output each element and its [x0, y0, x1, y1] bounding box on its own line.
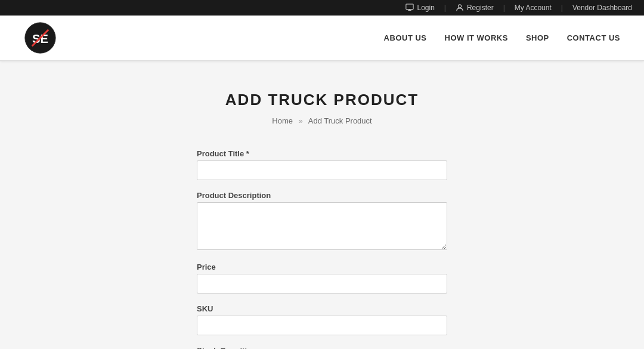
price-label: Price [197, 262, 447, 271]
sku-group: SKU [197, 304, 447, 335]
price-input[interactable] [197, 274, 447, 294]
register-link[interactable]: Register [456, 4, 494, 12]
divider-1: | [444, 4, 446, 12]
page-title: ADD TRUCK PRODUCT [12, 91, 632, 109]
divider-3: | [561, 4, 563, 12]
svg-rect-0 [406, 4, 413, 10]
nav-contact-us[interactable]: CONTACT US [567, 33, 620, 42]
page-content: ADD TRUCK PRODUCT Home » Add Truck Produ… [0, 61, 644, 349]
breadcrumb-separator: » [299, 116, 303, 125]
breadcrumb-current: Add Truck Product [308, 116, 372, 125]
register-label: Register [467, 4, 494, 12]
logo: SE [24, 21, 57, 54]
login-link[interactable]: Login [405, 4, 434, 12]
vendor-dashboard-link[interactable]: Vendor Dashboard [572, 4, 632, 12]
my-account-link[interactable]: My Account [515, 4, 552, 12]
sku-input[interactable] [197, 316, 447, 335]
product-description-group: Product Description [197, 191, 447, 252]
product-description-label: Product Description [197, 191, 447, 200]
main-nav: SE ABOUT US HOW IT WORKS SHOP CONTACT US [0, 16, 644, 61]
my-account-label: My Account [515, 4, 552, 12]
person-icon [456, 4, 464, 12]
nav-shop[interactable]: SHOP [526, 33, 549, 42]
nav-how-it-works[interactable]: HOW IT WORKS [445, 33, 508, 42]
product-description-textarea[interactable] [197, 202, 447, 250]
breadcrumb-home[interactable]: Home [272, 116, 293, 125]
vendor-dashboard-label: Vendor Dashboard [572, 4, 632, 12]
breadcrumb: Home » Add Truck Product [12, 116, 632, 125]
sku-label: SKU [197, 304, 447, 313]
logo-area[interactable]: SE [24, 21, 57, 54]
product-title-input[interactable] [197, 160, 447, 180]
add-product-form: Product Title * Product Description Pric… [197, 149, 447, 349]
nav-links: ABOUT US HOW IT WORKS SHOP CONTACT US [384, 33, 620, 42]
nav-about-us[interactable]: ABOUT US [384, 33, 427, 42]
product-title-group: Product Title * [197, 149, 447, 180]
price-group: Price [197, 262, 447, 294]
product-title-label: Product Title * [197, 149, 447, 158]
divider-2: | [503, 4, 505, 12]
stock-quantity-label: Stock Quantity [197, 346, 447, 349]
monitor-icon [405, 4, 414, 12]
login-label: Login [417, 4, 434, 12]
top-bar: Login | Register | My Account | Vendor D… [0, 0, 644, 16]
svg-point-3 [458, 5, 461, 8]
stock-quantity-group: Stock Quantity [197, 346, 447, 349]
